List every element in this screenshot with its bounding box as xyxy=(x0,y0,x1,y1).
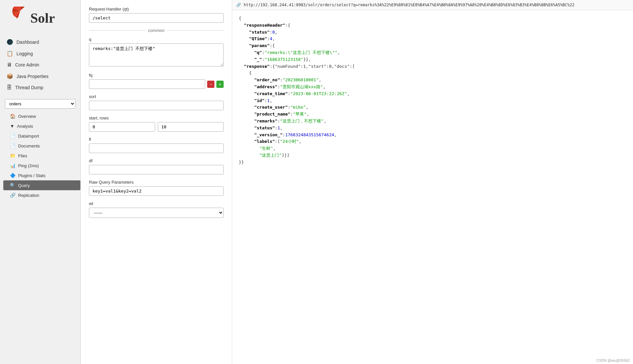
sort-label: sort xyxy=(89,94,224,99)
thread-dump-icon: 🗄 xyxy=(7,85,12,91)
nav-item-dashboard[interactable]: 🌑 Dashboard xyxy=(0,36,80,48)
solr-logo-text: Solr xyxy=(30,10,55,26)
nav-item-thread-dump[interactable]: 🗄 Thread Dump xyxy=(0,82,80,93)
main-content: Request-Handler (qt) common q remarks:"送… xyxy=(81,0,633,364)
replication-icon: 🔗 xyxy=(10,193,15,198)
start-rows-label: start, rows xyxy=(89,116,224,120)
wt-select[interactable]: ------ json xml csv python ruby php xyxy=(89,208,224,218)
sub-nav-item-dataimport[interactable]: 📄 Dataimport xyxy=(3,131,80,141)
sub-nav-plugins-label: Plugins / Stats xyxy=(18,173,45,178)
sub-nav-dataimport-label: Dataimport xyxy=(18,134,39,139)
result-panel: 🔗 http://192.168.244.41:8983/solr/orders… xyxy=(232,0,633,364)
rows-input[interactable] xyxy=(158,122,224,132)
url-bar: 🔗 http://192.168.244.41:8983/solr/orders… xyxy=(232,0,633,10)
core-selector[interactable]: orders xyxy=(5,99,75,109)
sub-nav-item-overview[interactable]: 🏠 Overview xyxy=(3,111,80,121)
q-input[interactable]: remarks:"送货上门 不想下楼" xyxy=(89,43,224,66)
sub-nav-item-replication[interactable]: 🔗 Replication xyxy=(3,190,80,200)
sub-nav-overview-label: Overview xyxy=(18,114,36,119)
footer-note: CSDN @wu@55562 xyxy=(596,358,630,362)
plugins-stats-icon: 🔷 xyxy=(10,173,15,178)
sub-nav-item-query[interactable]: 🔍 Query xyxy=(3,180,80,190)
sub-nav: 🏠 Overview ▼ Analysis 📄 Dataimport 📄 Doc… xyxy=(0,111,80,200)
start-rows-inputs xyxy=(89,122,224,132)
url-icon: 🔗 xyxy=(236,3,241,7)
handler-label: Request-Handler (qt) xyxy=(89,7,224,12)
sub-nav-item-files[interactable]: 📁 Files xyxy=(3,151,80,161)
files-icon: 📁 xyxy=(10,153,15,158)
nav-item-logging[interactable]: 📋 Logging xyxy=(0,48,80,59)
fl-label: fl xyxy=(89,137,224,142)
handler-group: Request-Handler (qt) xyxy=(89,7,224,23)
nav-item-thread-dump-label: Thread Dump xyxy=(15,85,43,90)
fq-input[interactable] xyxy=(89,79,205,89)
fq-row: − + xyxy=(89,79,224,89)
sub-nav-item-plugins-stats[interactable]: 🔷 Plugins / Stats xyxy=(3,170,80,180)
query-form-panel: Request-Handler (qt) common q remarks:"送… xyxy=(81,0,232,364)
sidebar: Solr 🌑 Dashboard 📋 Logging 🖥 Core Admin … xyxy=(0,0,81,364)
core-admin-icon: 🖥 xyxy=(7,62,12,68)
sub-nav-item-ping[interactable]: 📊 Ping (2ms) xyxy=(3,161,80,170)
analysis-icon: ▼ xyxy=(10,123,14,129)
logging-icon: 📋 xyxy=(7,50,13,57)
df-input[interactable] xyxy=(89,165,224,174)
wt-label: wt xyxy=(89,201,224,206)
sort-group: sort xyxy=(89,94,224,110)
sub-nav-item-analysis[interactable]: ▼ Analysis xyxy=(3,121,80,131)
q-label: q xyxy=(89,37,224,42)
raw-query-input[interactable] xyxy=(89,186,224,196)
json-output: { "responseHeader":{ "status":0, "QTime"… xyxy=(232,10,633,364)
solr-logo-icon xyxy=(7,7,26,30)
sub-nav-ping-label: Ping (2ms) xyxy=(18,163,39,168)
nav-item-logging-label: Logging xyxy=(16,51,33,56)
sub-nav-query-label: Query xyxy=(18,183,30,188)
df-group: df xyxy=(89,158,224,174)
nav-item-java-properties[interactable]: 📦 Java Properties xyxy=(0,70,80,82)
nav-item-dashboard-label: Dashboard xyxy=(16,39,39,45)
handler-input[interactable] xyxy=(89,13,224,23)
dashboard-icon: 🌑 xyxy=(7,39,13,45)
core-select[interactable]: orders xyxy=(5,99,75,109)
sort-input[interactable] xyxy=(89,101,224,110)
query-icon: 🔍 xyxy=(10,183,15,188)
documents-icon: 📄 xyxy=(10,143,15,148)
sub-nav-analysis-label: Analysis xyxy=(17,124,33,129)
start-input[interactable] xyxy=(89,122,155,132)
fq-label: fq xyxy=(89,73,224,78)
fq-minus-button[interactable]: − xyxy=(207,81,214,88)
raw-query-label: Raw Query Parameters xyxy=(89,180,224,185)
sub-nav-documents-label: Documents xyxy=(18,143,40,148)
java-properties-icon: 📦 xyxy=(7,73,13,79)
overview-icon: 🏠 xyxy=(10,114,15,119)
q-group: q remarks:"送货上门 不想下楼" xyxy=(89,37,224,67)
logo-area: Solr xyxy=(0,0,80,33)
nav-items: 🌑 Dashboard 📋 Logging 🖥 Core Admin 📦 Jav… xyxy=(0,33,80,96)
wt-group: wt ------ json xml csv python ruby php xyxy=(89,201,224,218)
start-rows-group: start, rows xyxy=(89,116,224,132)
common-section-label: common xyxy=(89,28,224,33)
ping-icon: 📊 xyxy=(10,163,15,168)
sub-nav-files-label: Files xyxy=(18,153,27,158)
nav-item-core-admin[interactable]: 🖥 Core Admin xyxy=(0,59,80,70)
nav-item-core-admin-label: Core Admin xyxy=(15,62,39,67)
url-text: http://192.168.244.41:8983/solr/orders/s… xyxy=(244,3,574,7)
fq-group: fq − + xyxy=(89,73,224,89)
nav-item-java-properties-label: Java Properties xyxy=(16,74,48,79)
raw-query-group: Raw Query Parameters xyxy=(89,180,224,196)
sub-nav-item-documents[interactable]: 📄 Documents xyxy=(3,141,80,151)
dataimport-icon: 📄 xyxy=(10,133,15,139)
fl-group: fl xyxy=(89,137,224,153)
fq-plus-button[interactable]: + xyxy=(216,81,224,88)
fl-input[interactable] xyxy=(89,143,224,153)
df-label: df xyxy=(89,158,224,163)
sub-nav-replication-label: Replication xyxy=(18,193,39,198)
